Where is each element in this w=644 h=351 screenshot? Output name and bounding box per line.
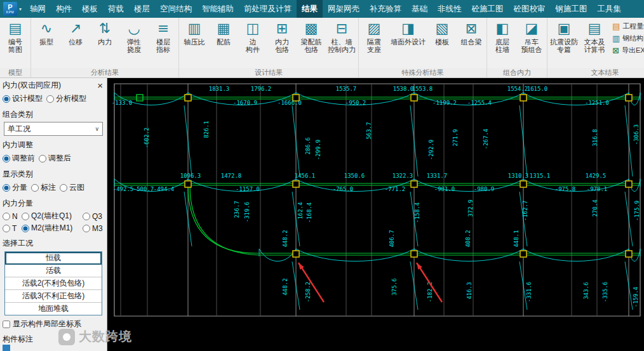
model-type-option-2[interactable]: 分析模型: [46, 93, 86, 104]
node-marker[interactable]: [185, 95, 191, 101]
component-radio[interactable]: [83, 213, 90, 220]
ribbon-seismic-special-report-button[interactable]: ▣抗震设防专篇: [548, 19, 580, 68]
ribbon-beam-rebar-envelope-button[interactable]: ▩梁配筋包络: [297, 19, 326, 68]
case-item-3[interactable]: 活载2(不利负包络): [5, 277, 102, 290]
ribbon-export-excel-button[interactable]: ⊠导出EXCEL: [612, 46, 644, 55]
component-option-Q3[interactable]: Q3: [83, 211, 102, 222]
node-marker[interactable]: [185, 181, 191, 187]
component-radio[interactable]: [22, 213, 29, 220]
model-type-option-1[interactable]: 设计模型: [3, 93, 43, 104]
ribbon-force-envelope-button[interactable]: ⊞内力包络: [267, 19, 297, 68]
case-item-5[interactable]: 地面堆载: [5, 303, 102, 315]
node-marker[interactable]: [626, 95, 632, 101]
ribbon-text-calculation-book-button[interactable]: ▤文本及计算书: [580, 19, 609, 68]
component-radio[interactable]: [22, 225, 29, 232]
ribbon-bottom-column-wall-button[interactable]: ◧底层柱墙: [488, 19, 517, 68]
component-option-M3[interactable]: M3: [83, 223, 103, 234]
local-axis-checkbox-row[interactable]: 显示构件局部坐标系: [0, 315, 107, 329]
component-radio[interactable]: [3, 225, 10, 232]
node-marker[interactable]: [293, 181, 299, 187]
partial-control[interactable]: [3, 345, 10, 351]
node-marker[interactable]: [520, 95, 527, 101]
force-adjust-option-1[interactable]: 调整前: [3, 153, 35, 164]
display-type-option-1[interactable]: 分量: [3, 182, 27, 193]
display-type-radio[interactable]: [3, 184, 10, 192]
menu-tab-11[interactable]: 补充验算: [365, 0, 406, 18]
force-adjust-radio[interactable]: [39, 155, 46, 162]
ribbon-mode-shape-button[interactable]: ∿振型: [32, 19, 61, 68]
menu-tab-2[interactable]: 构件: [51, 0, 77, 18]
menu-tab-12[interactable]: 基础: [406, 0, 433, 18]
ribbon-group-label: 分析结果: [31, 68, 178, 77]
ribbon-quantity-statistics-button[interactable]: ▤工程量统计: [612, 22, 644, 31]
menu-tab-16[interactable]: 钢施工图: [551, 0, 593, 18]
node-marker[interactable]: [411, 251, 417, 257]
menu-tab-13[interactable]: 非线性: [433, 0, 467, 18]
node-marker[interactable]: [626, 181, 632, 187]
combination-type-dropdown[interactable]: 单工况 ∨: [4, 122, 103, 136]
ribbon-wall-out-of-plane-design-button[interactable]: ◨墙面外设计: [389, 19, 427, 68]
model-view[interactable]: 1831.31796.21535.71538.01553.81554.21615…: [107, 77, 644, 351]
ribbon-reinforcement-button[interactable]: ▦配筋: [209, 19, 238, 68]
canvas-value-label: 1322.3: [392, 173, 413, 179]
watermark: 大数跨境: [58, 328, 132, 345]
node-marker[interactable]: [520, 181, 527, 187]
close-icon[interactable]: ×: [97, 81, 103, 89]
menu-tab-6[interactable]: 空间结构: [155, 0, 197, 18]
component-option-Q2(墙柱Q1)[interactable]: Q2(墙柱Q1): [22, 211, 83, 222]
force-adjust-radio[interactable]: [3, 155, 10, 162]
displacement-icon: ↗: [70, 20, 81, 38]
node-marker[interactable]: [293, 251, 299, 257]
logo-dropdown-caret-icon[interactable]: ▾: [19, 6, 22, 12]
ribbon-edge-member-button[interactable]: ◫边构件: [238, 19, 267, 68]
component-option-T[interactable]: T: [3, 223, 22, 234]
ribbon-isolation-bearing-button[interactable]: ▨隔震支座: [359, 19, 389, 68]
node-marker[interactable]: [626, 251, 632, 257]
ribbon-internal-force-button[interactable]: ⇅内力: [90, 19, 119, 68]
display-type-radio[interactable]: [31, 184, 39, 192]
ribbon-axial-ratio-button[interactable]: ▥轴压比: [180, 19, 209, 68]
menu-tab-14[interactable]: 砼施工图: [467, 0, 509, 18]
model-type-radio[interactable]: [46, 95, 54, 103]
ribbon-floor-slab-button[interactable]: ▧楼板: [427, 19, 457, 68]
menu-tab-10[interactable]: 网架网壳: [323, 0, 365, 18]
menu-tab-3[interactable]: 楼板: [77, 0, 103, 18]
display-type-option-2[interactable]: 标注: [31, 182, 56, 193]
component-option-N[interactable]: N: [3, 211, 22, 222]
drawing-canvas[interactable]: 1831.31796.21535.71538.01553.81554.21615…: [107, 77, 644, 351]
case-item-2[interactable]: 活载: [5, 265, 102, 277]
canvas-value-label: 406.7: [389, 230, 395, 247]
menu-tab-15[interactable]: 砼图校审: [509, 0, 551, 18]
ribbon-composite-beam-button[interactable]: ⊠组合梁: [457, 19, 486, 68]
ribbon-numbering-diagram-button[interactable]: ▤编号简图: [1, 19, 30, 68]
case-item-4[interactable]: 活载3(不利正包络): [5, 290, 102, 303]
ribbon-crane-precombination-button[interactable]: ◪吊车预组合: [517, 19, 546, 68]
menu-tab-7[interactable]: 智能辅助: [197, 0, 239, 18]
ribbon-displacement-button[interactable]: ↗位移: [61, 19, 90, 68]
ribbon-column-wall-control-force-button[interactable]: ⊟柱、墙控制内力: [326, 19, 358, 68]
case-item-1[interactable]: 恒载: [5, 252, 102, 265]
model-type-radio-group: 设计模型分析模型: [0, 92, 107, 105]
menu-tab-4[interactable]: 荷载: [103, 0, 129, 18]
component-radio[interactable]: [3, 213, 10, 220]
ribbon-story-index-button[interactable]: ≡楼层指标: [149, 19, 178, 68]
display-type-radio[interactable]: [60, 184, 67, 192]
menu-tab-9[interactable]: 结果: [297, 0, 323, 18]
component-option-M2(墙柱M1)[interactable]: M2(墙柱M1): [22, 223, 83, 234]
green-node-marker[interactable]: [137, 95, 143, 101]
component-radio[interactable]: [83, 225, 90, 232]
ribbon-elastic-deflection-button[interactable]: ◡弹性挠度: [119, 19, 149, 68]
node-marker[interactable]: [411, 95, 417, 101]
local-axis-checkbox[interactable]: [3, 321, 10, 328]
display-type-option-3[interactable]: 云图: [60, 182, 84, 193]
app-logo[interactable]: P KPM ▾: [0, 0, 25, 18]
menu-tab-5[interactable]: 楼层: [129, 0, 155, 18]
node-marker[interactable]: [520, 251, 527, 257]
model-type-radio[interactable]: [3, 95, 10, 103]
menu-tab-8[interactable]: 前处理及计算: [239, 0, 297, 18]
menu-tab-1[interactable]: 轴网: [25, 0, 51, 18]
menu-tab-17[interactable]: 工具集: [593, 0, 627, 18]
force-adjust-option-2[interactable]: 调整后: [39, 153, 71, 164]
node-marker[interactable]: [411, 181, 417, 187]
ribbon-steel-fire-protection-button[interactable]: ▥钢结构防火: [612, 34, 644, 43]
